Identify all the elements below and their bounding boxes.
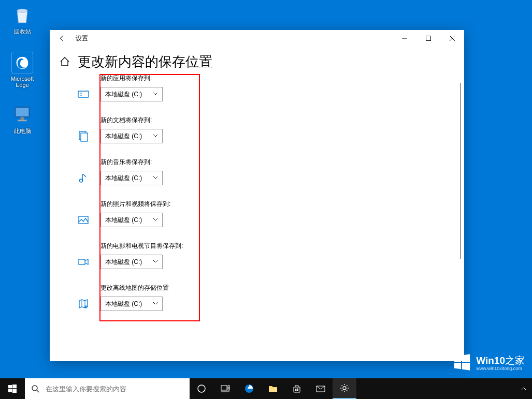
- svg-rect-31: [297, 389, 299, 390]
- section-label: 新的音乐将保存到:: [100, 158, 452, 167]
- section-videos: 新的电影和电视节目将保存到: 本地磁盘 (C:): [78, 242, 452, 269]
- svg-rect-20: [12, 389, 17, 393]
- taskbar-store[interactable]: [285, 378, 309, 399]
- svg-rect-16: [79, 259, 85, 264]
- dropdown-music[interactable]: 本地磁盘 (C:): [100, 171, 163, 185]
- documents-icon: [78, 130, 89, 142]
- section-label: 新的文档将保存到:: [100, 116, 452, 125]
- section-documents: 新的文档将保存到: 本地磁盘 (C:): [78, 116, 452, 143]
- section-pictures: 新的照片和视频将保存到: 本地磁盘 (C:): [78, 200, 452, 227]
- svg-rect-6: [426, 36, 431, 41]
- apps-icon: [78, 88, 89, 100]
- titlebar: 设置: [50, 30, 464, 47]
- music-icon: [78, 172, 89, 184]
- maps-icon: [78, 298, 89, 309]
- window-title: 设置: [76, 34, 88, 43]
- dropdown-maps[interactable]: 本地磁盘 (C:): [100, 297, 163, 311]
- section-maps: 更改离线地图的存储位置 本地磁盘 (C:): [78, 284, 452, 311]
- svg-point-0: [17, 9, 27, 12]
- section-label: 更改离线地图的存储位置: [100, 284, 452, 292]
- svg-line-22: [37, 390, 39, 392]
- taskbar: [0, 378, 532, 399]
- dropdown-documents[interactable]: 本地磁盘 (C:): [100, 129, 163, 143]
- home-button[interactable]: [59, 56, 70, 67]
- taskbar-explorer[interactable]: [261, 378, 285, 399]
- taskbar-settings[interactable]: [333, 378, 356, 399]
- settings-window: 设置 更改新内容的保存位置 新的应用将保存到: 本地磁盘 (C:): [50, 30, 464, 361]
- cortana-button[interactable]: [190, 378, 213, 399]
- recycle-bin-icon: [11, 4, 33, 26]
- page-title: 更改新内容的保存位置: [78, 53, 452, 71]
- this-pc-icon: [11, 104, 33, 125]
- search-box[interactable]: [25, 378, 190, 399]
- task-view-button[interactable]: [213, 378, 237, 399]
- edge-icon: [11, 52, 33, 73]
- taskbar-mail[interactable]: [309, 378, 333, 399]
- svg-point-35: [343, 387, 346, 390]
- svg-rect-26: [228, 388, 229, 390]
- svg-rect-32: [295, 390, 297, 391]
- recycle-bin-label: 回收站: [4, 28, 40, 36]
- close-button[interactable]: [440, 30, 464, 47]
- windows-logo-icon: [452, 352, 472, 374]
- chevron-down-icon: [153, 258, 158, 265]
- tray-chevron-up-icon[interactable]: [515, 386, 532, 391]
- svg-rect-13: [81, 133, 88, 141]
- chevron-down-icon: [153, 300, 158, 307]
- this-pc-label: 此电脑: [4, 127, 40, 135]
- svg-rect-4: [18, 120, 27, 122]
- back-button[interactable]: [54, 30, 70, 47]
- taskbar-edge[interactable]: [237, 378, 261, 399]
- svg-rect-17: [8, 385, 12, 388]
- edge-label: Microsoft Edge: [4, 76, 40, 88]
- scrollbar[interactable]: [460, 83, 461, 259]
- svg-point-21: [32, 386, 37, 391]
- watermark: Win10之家 www.win10xitong.com: [452, 352, 525, 374]
- section-label: 新的照片和视频将保存到:: [100, 200, 452, 209]
- svg-rect-25: [228, 386, 229, 388]
- svg-rect-18: [12, 385, 17, 388]
- section-label: 新的应用将保存到:: [100, 74, 452, 83]
- svg-rect-24: [221, 386, 227, 390]
- maximize-button[interactable]: [416, 30, 440, 47]
- dropdown-videos[interactable]: 本地磁盘 (C:): [100, 255, 163, 269]
- section-music: 新的音乐将保存到: 本地磁盘 (C:): [78, 158, 452, 185]
- svg-rect-33: [297, 390, 299, 391]
- search-input[interactable]: [46, 378, 190, 399]
- chevron-down-icon: [153, 132, 158, 140]
- chevron-down-icon: [153, 216, 158, 224]
- videos-icon: [78, 256, 89, 268]
- chevron-down-icon: [153, 91, 158, 98]
- svg-point-23: [198, 385, 205, 392]
- section-apps: 新的应用将保存到: 本地磁盘 (C:): [78, 74, 452, 101]
- svg-rect-29: [269, 388, 277, 392]
- desktop-icon-recycle-bin[interactable]: 回收站: [4, 4, 40, 36]
- svg-rect-3: [21, 117, 24, 120]
- pictures-icon: [78, 214, 89, 226]
- dropdown-pictures[interactable]: 本地磁盘 (C:): [100, 213, 163, 227]
- settings-list: 新的应用将保存到: 本地磁盘 (C:) 新的文档将保存到: 本地磁盘 (C:) …: [78, 74, 452, 311]
- svg-rect-2: [16, 108, 29, 116]
- desktop-icon-edge[interactable]: Microsoft Edge: [4, 52, 40, 88]
- minimize-button[interactable]: [393, 30, 416, 47]
- svg-rect-30: [295, 389, 297, 390]
- svg-rect-9: [78, 91, 89, 97]
- search-icon: [25, 385, 46, 393]
- chevron-down-icon: [153, 174, 158, 182]
- dropdown-apps[interactable]: 本地磁盘 (C:): [100, 87, 163, 101]
- desktop-icon-this-pc[interactable]: 此电脑: [4, 104, 40, 135]
- section-label: 新的电影和电视节目将保存到:: [100, 242, 452, 250]
- svg-rect-19: [8, 389, 12, 392]
- start-button[interactable]: [0, 378, 25, 399]
